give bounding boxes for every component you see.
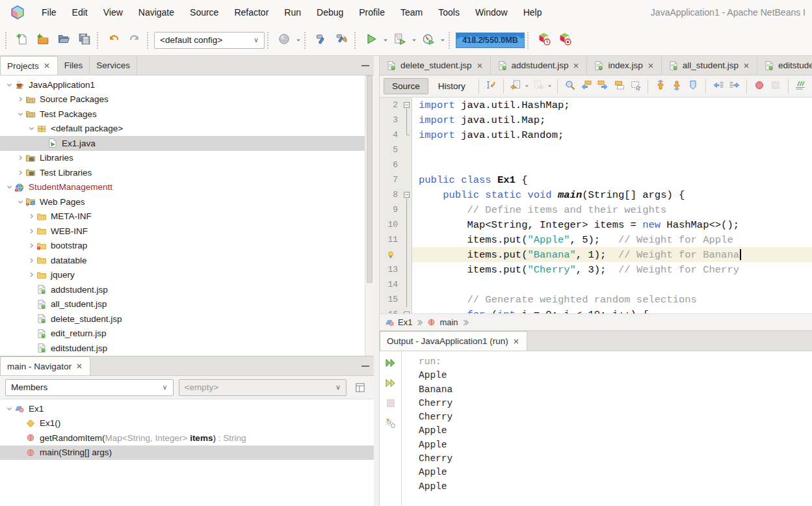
minimize-icon[interactable] <box>357 56 374 75</box>
projects-item-javaapplication1[interactable]: JavaApplication1 <box>0 77 365 92</box>
projects-item-studentmanagementt[interactable]: StudentManagementt <box>0 180 365 195</box>
deploy-globe-dropdown[interactable] <box>295 31 302 50</box>
stop-macro-button[interactable] <box>768 78 783 95</box>
menu-debug[interactable]: Debug <box>309 4 351 21</box>
view-toggle-source[interactable]: Source <box>384 78 428 94</box>
record-macro-button[interactable] <box>752 78 766 95</box>
projects-item-web-pages[interactable]: Web Pages <box>0 194 365 209</box>
fold-margin[interactable] <box>402 187 412 202</box>
projects-scrollbar-thumb[interactable] <box>367 75 373 283</box>
menu-tools[interactable]: Tools <box>430 4 467 21</box>
chevron-right-icon[interactable] <box>15 167 25 178</box>
view-toggle-history[interactable]: History <box>430 78 474 94</box>
save-all-button[interactable] <box>75 31 94 50</box>
scope-filter-select[interactable]: <empty> ∨ <box>179 379 347 396</box>
projects-item-editstudent-jsp[interactable]: editstudent.jsp <box>0 341 365 356</box>
chevron-right-icon[interactable] <box>15 153 25 163</box>
editor-tab-editstudent-jsp[interactable]: editstudent.jsp <box>757 56 812 75</box>
close-icon[interactable] <box>43 62 51 70</box>
new-file-button[interactable] <box>12 31 32 50</box>
highlight-search-button[interactable] <box>612 78 627 95</box>
toolbar-group-handle[interactable] <box>354 32 359 49</box>
menu-window[interactable]: Window <box>467 4 516 21</box>
menu-source[interactable]: Source <box>182 4 226 21</box>
toggle-bookmark-button[interactable] <box>686 78 701 95</box>
chevron-down-icon[interactable] <box>15 109 25 119</box>
close-icon[interactable] <box>512 338 520 345</box>
editor-tab-addstudent-jsp[interactable]: addstudent.jsp <box>491 56 588 75</box>
menu-profile[interactable]: Profile <box>351 4 393 21</box>
projects-item-test-libraries[interactable]: Test Libraries <box>0 165 365 180</box>
new-project-button[interactable] <box>33 31 53 50</box>
projects-item-meta-inf[interactable]: META-INF <box>0 209 365 224</box>
breadcrumb-ex1[interactable]: Ex1 <box>385 317 412 327</box>
run-settings-button[interactable] <box>384 417 398 431</box>
close-icon[interactable] <box>75 362 83 370</box>
prev-occurrence-button[interactable] <box>653 78 668 95</box>
close-icon[interactable] <box>742 62 750 70</box>
chevron-down-icon[interactable] <box>4 403 14 414</box>
menu-navigate[interactable]: Navigate <box>131 4 182 21</box>
projects-scrollbar[interactable] <box>365 75 374 356</box>
chevron-down-icon[interactable] <box>4 79 14 90</box>
nb-profile-record-button[interactable] <box>555 31 575 50</box>
toolbar-group-handle[interactable] <box>449 32 453 49</box>
tab-navigator[interactable]: main - Navigator <box>0 356 90 375</box>
nav-back-button[interactable] <box>508 78 523 95</box>
projects-item-addstudent-jsp[interactable]: addstudent.jsp <box>0 282 365 297</box>
editor-tab-delete-student-jsp[interactable]: delete_student.jsp <box>380 56 491 75</box>
hint-bulb-icon[interactable] <box>380 247 402 262</box>
chevron-down-icon[interactable] <box>4 182 14 193</box>
chevron-right-icon[interactable] <box>26 226 36 236</box>
find-prev-button[interactable] <box>579 78 594 95</box>
redo-button[interactable] <box>125 31 144 50</box>
minimize-icon[interactable] <box>357 356 374 375</box>
projects-item-bootstrap[interactable]: bootstrap <box>0 239 365 254</box>
last-edit-button[interactable] <box>484 78 499 95</box>
undo-button[interactable] <box>104 31 124 50</box>
chevron-right-icon[interactable] <box>26 270 36 280</box>
breadcrumb-main[interactable]: main <box>426 317 458 327</box>
toolbar-group-handle[interactable] <box>527 32 532 49</box>
chevron-right-icon[interactable] <box>26 211 36 222</box>
stop-run-button[interactable] <box>384 397 398 411</box>
open-project-button[interactable] <box>54 31 73 50</box>
menu-refactor[interactable]: Refactor <box>226 4 276 21</box>
shift-left-button[interactable] <box>711 78 726 95</box>
profile-project-dropdown[interactable] <box>439 31 446 50</box>
chevron-right-icon[interactable] <box>15 94 25 105</box>
projects-item-edit-return-jsp[interactable]: edit_return.jsp <box>0 326 365 341</box>
toolbar-group-handle[interactable] <box>97 32 101 49</box>
menu-team[interactable]: Team <box>393 4 430 21</box>
nav-forward-dropdown[interactable] <box>547 84 553 88</box>
navigator-item-ex1[interactable]: Ex1 <box>0 401 374 416</box>
nav-forward-button[interactable] <box>531 78 546 95</box>
comment-lines-button[interactable] <box>793 78 808 95</box>
editor-tab-all-student-jsp[interactable]: all_student.jsp <box>662 56 757 75</box>
projects-item-jquery[interactable]: jquery <box>0 268 365 283</box>
projects-item-test-packages[interactable]: Test Packages <box>0 107 365 122</box>
debug-project-button[interactable] <box>390 31 410 50</box>
chevron-down-icon[interactable] <box>26 124 36 134</box>
find-button[interactable] <box>562 78 577 95</box>
close-icon[interactable] <box>572 62 580 70</box>
tab-output[interactable]: Output - JavaApplication1 (run) <box>380 331 527 351</box>
menu-file[interactable]: File <box>34 4 64 21</box>
fold-margin[interactable] <box>402 307 412 313</box>
run-project-dropdown[interactable] <box>382 31 389 50</box>
navigator-item-main-string-args[interactable]: main(String[] args) <box>0 446 374 460</box>
projects-item-all-student-jsp[interactable]: all_student.jsp <box>0 297 365 312</box>
chevron-down-icon[interactable] <box>15 196 25 207</box>
toolbar-group-handle[interactable] <box>267 32 272 49</box>
tab-services[interactable]: Services <box>90 56 137 75</box>
profile-project-button[interactable] <box>419 31 438 50</box>
projects-item-web-inf[interactable]: WEB-INF <box>0 224 365 239</box>
projects-item-default-package[interactable]: <default package> <box>0 122 365 137</box>
output-console[interactable]: run:AppleBananaCherryCherryAppleAppleChe… <box>402 351 812 506</box>
sort-members-button[interactable] <box>352 379 369 396</box>
menu-help[interactable]: Help <box>516 4 550 21</box>
rect-select-button[interactable] <box>628 78 643 95</box>
config-select[interactable]: <default config>∨ <box>154 32 265 49</box>
menu-edit[interactable]: Edit <box>64 4 96 21</box>
fold-margin[interactable] <box>402 98 412 113</box>
